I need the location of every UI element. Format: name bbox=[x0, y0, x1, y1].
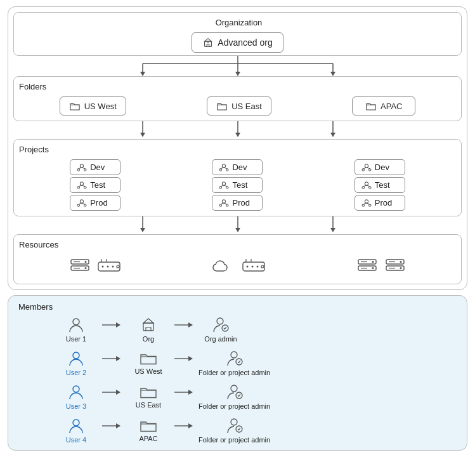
folder-east-member-label: US East bbox=[136, 401, 161, 409]
folder-icon-member-east bbox=[140, 384, 157, 399]
label-test-apac: Test bbox=[375, 180, 390, 190]
arrow-svg-2b bbox=[174, 354, 195, 363]
svg-point-54 bbox=[368, 186, 371, 188]
project-icon bbox=[77, 163, 87, 172]
folder-icon-member-apac bbox=[140, 418, 157, 433]
svg-line-46 bbox=[224, 203, 227, 204]
svg-line-36 bbox=[224, 168, 227, 169]
user1-label: User 1 bbox=[66, 335, 86, 343]
role-2-label: Folder or project admin bbox=[198, 369, 270, 376]
arrow-3a bbox=[98, 388, 126, 397]
svg-line-21 bbox=[82, 168, 85, 169]
svg-point-91 bbox=[372, 267, 374, 269]
svg-marker-102 bbox=[116, 322, 120, 327]
svg-marker-16 bbox=[330, 133, 335, 137]
resource-group-apac bbox=[356, 256, 407, 279]
project-icon-5 bbox=[219, 181, 229, 190]
project-icon-3 bbox=[77, 199, 87, 208]
svg-point-24 bbox=[84, 186, 87, 188]
svg-point-47 bbox=[365, 164, 368, 167]
org-icon-member bbox=[140, 315, 157, 333]
svg-line-60 bbox=[363, 203, 367, 204]
member-folder-west: US West bbox=[126, 350, 171, 375]
member-role-1: Org admin bbox=[198, 315, 243, 343]
arrow-4b bbox=[171, 421, 198, 430]
svg-point-48 bbox=[362, 168, 365, 171]
arrow-svg-3a bbox=[102, 388, 122, 397]
svg-point-43 bbox=[219, 204, 222, 206]
project-icon-7 bbox=[361, 163, 372, 172]
svg-point-108 bbox=[73, 352, 79, 359]
project-icon-6 bbox=[219, 199, 229, 208]
svg-marker-117 bbox=[116, 390, 120, 395]
project-icon-9 bbox=[361, 199, 372, 208]
svg-line-26 bbox=[82, 185, 85, 187]
resources-content bbox=[14, 252, 461, 279]
arrow-1b bbox=[171, 321, 198, 329]
branch-arrows-org bbox=[13, 56, 462, 76]
svg-point-115 bbox=[73, 386, 79, 392]
svg-point-19 bbox=[84, 168, 87, 171]
project-dev-west: Dev bbox=[70, 159, 120, 175]
svg-point-79 bbox=[112, 266, 114, 268]
folder-apac-label: APAC bbox=[381, 102, 402, 111]
admin-icon-1 bbox=[212, 315, 230, 333]
svg-point-38 bbox=[219, 186, 222, 188]
member-row-3: User 3 US East bbox=[16, 383, 459, 410]
branch-svg-2 bbox=[92, 121, 384, 139]
svg-point-80 bbox=[117, 265, 119, 268]
svg-point-86 bbox=[257, 266, 259, 268]
arrow-4a bbox=[98, 421, 126, 430]
svg-point-28 bbox=[77, 204, 80, 206]
admin-icon-3 bbox=[226, 383, 244, 400]
svg-point-23 bbox=[77, 186, 80, 188]
svg-point-70 bbox=[85, 261, 87, 263]
svg-point-29 bbox=[84, 204, 87, 206]
arrow-3b bbox=[171, 388, 198, 397]
svg-point-17 bbox=[81, 164, 84, 167]
member-row-1: User 1 Org bbox=[16, 315, 459, 343]
arrow-svg-3b bbox=[174, 388, 195, 397]
folder-icon-apac bbox=[365, 101, 377, 111]
server-icon-west bbox=[68, 256, 91, 279]
project-icon-2 bbox=[77, 181, 87, 190]
svg-line-56 bbox=[367, 185, 370, 187]
project-prod-apac: Prod bbox=[355, 195, 405, 211]
resources-label: Resources bbox=[14, 240, 461, 249]
org-node: Advanced org bbox=[192, 32, 283, 53]
svg-marker-12 bbox=[140, 133, 145, 137]
svg-point-87 bbox=[261, 265, 264, 268]
role-4-label: Folder or project admin bbox=[198, 436, 270, 444]
svg-point-58 bbox=[362, 204, 365, 206]
svg-rect-2 bbox=[209, 43, 209, 44]
org-label: Organization bbox=[213, 18, 263, 27]
svg-line-55 bbox=[363, 185, 367, 187]
svg-point-52 bbox=[365, 182, 368, 185]
svg-marker-105 bbox=[188, 322, 193, 327]
arrow-2b bbox=[171, 354, 198, 363]
branch-svg bbox=[92, 56, 384, 76]
label-dev-apac: Dev bbox=[375, 162, 389, 172]
arrow-svg-1a bbox=[102, 321, 122, 329]
project-test-west: Test bbox=[70, 177, 120, 193]
router-icon-west bbox=[96, 257, 122, 277]
project-icon-8 bbox=[361, 181, 372, 190]
svg-point-100 bbox=[73, 319, 79, 325]
svg-point-49 bbox=[368, 168, 371, 171]
svg-point-78 bbox=[107, 266, 109, 268]
svg-point-127 bbox=[231, 419, 237, 425]
label-prod-west: Prod bbox=[90, 198, 107, 208]
members-label: Members bbox=[16, 302, 459, 312]
label-prod-apac: Prod bbox=[375, 198, 392, 208]
svg-marker-112 bbox=[188, 356, 193, 361]
member-role-4: Folder or project admin bbox=[198, 416, 270, 444]
svg-line-25 bbox=[79, 185, 82, 187]
svg-rect-103 bbox=[143, 323, 153, 331]
svg-point-106 bbox=[217, 318, 223, 324]
svg-point-84 bbox=[247, 266, 249, 268]
folder-icon-west bbox=[69, 101, 81, 111]
resources-section: Resources bbox=[13, 234, 462, 284]
svg-marker-6 bbox=[140, 72, 145, 76]
svg-point-77 bbox=[102, 266, 104, 268]
member-user1: User 1 bbox=[54, 315, 98, 343]
